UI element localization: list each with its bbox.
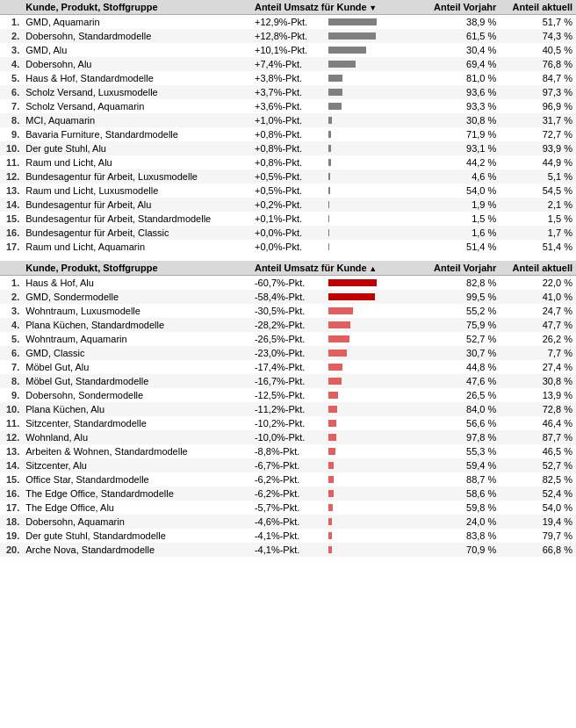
vorjahr-cell: 97,8 % bbox=[421, 430, 500, 444]
table-row: 16. Bundesagentur für Arbeit, Classic +0… bbox=[0, 226, 576, 240]
bar-negative bbox=[328, 546, 332, 553]
aktuell-cell: 22,0 % bbox=[500, 276, 576, 291]
rank-cell: 4. bbox=[0, 318, 22, 332]
table-row: 17. Raum und Licht, Aquamarin +0,0%-Pkt.… bbox=[0, 240, 576, 254]
name-cell: Office Star, Standardmodelle bbox=[22, 472, 251, 487]
table-row: 12. Wohnland, Alu -10,0%-Pkt. 97,8 % 87,… bbox=[0, 430, 576, 444]
rank-cell: 15. bbox=[0, 212, 22, 226]
aktuell-cell: 54,5 % bbox=[500, 184, 576, 198]
table-row: 6. GMD, Classic -23,0%-Pkt. 30,7 % 7,7 % bbox=[0, 346, 576, 360]
bar-negative bbox=[328, 448, 335, 455]
bar-positive bbox=[328, 32, 376, 40]
aktuell-cell: 84,7 % bbox=[500, 71, 576, 85]
umsatz-cell: -11,2%-Pkt. bbox=[251, 402, 421, 416]
table-row: 14. Bundesagentur für Arbeit, Alu +0,2%-… bbox=[0, 198, 576, 212]
table-row: 5. Haus & Hof, Standardmodelle +3,8%-Pkt… bbox=[0, 71, 576, 85]
rank-cell: 2. bbox=[0, 29, 22, 43]
vorjahr-cell: 58,6 % bbox=[421, 487, 500, 501]
name-cell: Raum und Licht, Alu bbox=[22, 155, 251, 169]
umsatz-cell: +0,8%-Pkt. bbox=[251, 155, 421, 169]
bar-negative bbox=[328, 476, 334, 483]
table-row: 9. Dobersohn, Sondermodelle -12,5%-Pkt. … bbox=[0, 388, 576, 402]
header-umsatz-asc[interactable]: Anteil Umsatz für Kunde bbox=[251, 261, 421, 276]
aktuell-cell: 54,0 % bbox=[500, 501, 576, 515]
aktuell-cell: 24,7 % bbox=[500, 304, 576, 318]
aktuell-cell: 74,3 % bbox=[500, 29, 576, 43]
vorjahr-cell: 44,2 % bbox=[421, 155, 500, 169]
rank-cell: 3. bbox=[0, 304, 22, 318]
rank-cell: 5. bbox=[0, 71, 22, 85]
name-cell: Möbel Gut, Alu bbox=[22, 360, 251, 374]
vorjahr-cell: 59,4 % bbox=[421, 458, 500, 472]
umsatz-cell: -4,6%-Pkt. bbox=[251, 515, 421, 529]
header-aktuell[interactable]: Anteil aktuell bbox=[500, 0, 576, 15]
umsatz-cell: +0,2%-Pkt. bbox=[251, 198, 421, 212]
rank-cell: 6. bbox=[0, 85, 22, 99]
header-name[interactable]: Kunde, Produkt, Stoffgruppe bbox=[22, 0, 251, 15]
name-cell: Scholz Versand, Aquamarin bbox=[22, 99, 251, 113]
top-gainers-table: Kunde, Produkt, Stoffgruppe Anteil Umsat… bbox=[0, 0, 576, 254]
name-cell: Der gute Stuhl, Standardmodelle bbox=[22, 529, 251, 543]
table-row: 3. Wohntraum, Luxusmodelle -30,5%-Pkt. 5… bbox=[0, 304, 576, 318]
umsatz-cell: -12,5%-Pkt. bbox=[251, 388, 421, 402]
vorjahr-cell: 1,6 % bbox=[421, 226, 500, 240]
bar-negative bbox=[328, 350, 347, 357]
bar-positive bbox=[328, 75, 342, 82]
bar-positive bbox=[328, 47, 366, 54]
table-row: 11. Raum und Licht, Alu +0,8%-Pkt. 44,2 … bbox=[0, 155, 576, 169]
name-cell: Dobersohn, Standardmodelle bbox=[22, 29, 251, 43]
table-row: 10. Plana Küchen, Alu -11,2%-Pkt. 84,0 %… bbox=[0, 402, 576, 416]
header-aktuell2[interactable]: Anteil aktuell bbox=[500, 261, 576, 276]
bar-negative bbox=[328, 293, 375, 300]
table-row: 3. GMD, Alu +10,1%-Pkt. 30,4 % 40,5 % bbox=[0, 43, 576, 57]
aktuell-cell: 27,4 % bbox=[500, 360, 576, 374]
aktuell-cell: 26,2 % bbox=[500, 332, 576, 346]
umsatz-cell: +0,1%-Pkt. bbox=[251, 212, 421, 226]
vorjahr-cell: 83,8 % bbox=[421, 529, 500, 543]
table-row: 14. Sitzcenter, Alu -6,7%-Pkt. 59,4 % 52… bbox=[0, 458, 576, 472]
rank-cell: 20. bbox=[0, 543, 22, 557]
header-vorjahr2[interactable]: Anteil Vorjahr bbox=[421, 261, 500, 276]
name-cell: Bundesagentur für Arbeit, Alu bbox=[22, 198, 251, 212]
rank-cell: 6. bbox=[0, 346, 22, 360]
name-cell: Bundesagentur für Arbeit, Classic bbox=[22, 226, 251, 240]
aktuell-cell: 87,7 % bbox=[500, 430, 576, 444]
aktuell-cell: 31,7 % bbox=[500, 113, 576, 127]
bar-positive bbox=[328, 145, 331, 152]
aktuell-cell: 93,9 % bbox=[500, 141, 576, 155]
rank-cell: 17. bbox=[0, 240, 22, 254]
aktuell-cell: 13,9 % bbox=[500, 388, 576, 402]
name-cell: MCI, Aquamarin bbox=[22, 113, 251, 127]
header-vorjahr[interactable]: Anteil Vorjahr bbox=[421, 0, 500, 15]
vorjahr-cell: 69,4 % bbox=[421, 57, 500, 71]
vorjahr-cell: 4,6 % bbox=[421, 169, 500, 184]
header-rank2 bbox=[0, 261, 22, 276]
name-cell: The Edge Office, Standardmodelle bbox=[22, 487, 251, 501]
bar-negative bbox=[328, 279, 377, 286]
rank-cell: 8. bbox=[0, 374, 22, 388]
vorjahr-cell: 24,0 % bbox=[421, 515, 500, 529]
name-cell: Der gute Stuhl, Alu bbox=[22, 141, 251, 155]
vorjahr-cell: 55,2 % bbox=[421, 304, 500, 318]
name-cell: Haus & Hof, Alu bbox=[22, 276, 251, 291]
header-umsatz-desc[interactable]: Anteil Umsatz für Kunde bbox=[251, 0, 421, 15]
aktuell-cell: 40,5 % bbox=[500, 43, 576, 57]
table-row: 18. Dobersohn, Aquamarin -4,6%-Pkt. 24,0… bbox=[0, 515, 576, 529]
umsatz-cell: +0,5%-Pkt. bbox=[251, 184, 421, 198]
umsatz-cell: +12,8%-Pkt. bbox=[251, 29, 421, 43]
umsatz-cell: -10,0%-Pkt. bbox=[251, 430, 421, 444]
vorjahr-cell: 56,6 % bbox=[421, 416, 500, 430]
table-row: 5. Wohntraum, Aquamarin -26,5%-Pkt. 52,7… bbox=[0, 332, 576, 346]
header-name2[interactable]: Kunde, Produkt, Stoffgruppe bbox=[22, 261, 251, 276]
vorjahr-cell: 30,7 % bbox=[421, 346, 500, 360]
umsatz-cell: +12,9%-Pkt. bbox=[251, 15, 421, 30]
table-row: 7. Möbel Gut, Alu -17,4%-Pkt. 44,8 % 27,… bbox=[0, 360, 576, 374]
name-cell: Raum und Licht, Aquamarin bbox=[22, 240, 251, 254]
name-cell: Bundesagentur für Arbeit, Standardmodell… bbox=[22, 212, 251, 226]
vorjahr-cell: 30,8 % bbox=[421, 113, 500, 127]
rank-cell: 10. bbox=[0, 402, 22, 416]
bar-negative bbox=[328, 335, 349, 342]
umsatz-cell: -58,4%-Pkt. bbox=[251, 290, 421, 304]
vorjahr-cell: 93,3 % bbox=[421, 99, 500, 113]
bar-positive bbox=[328, 103, 342, 110]
